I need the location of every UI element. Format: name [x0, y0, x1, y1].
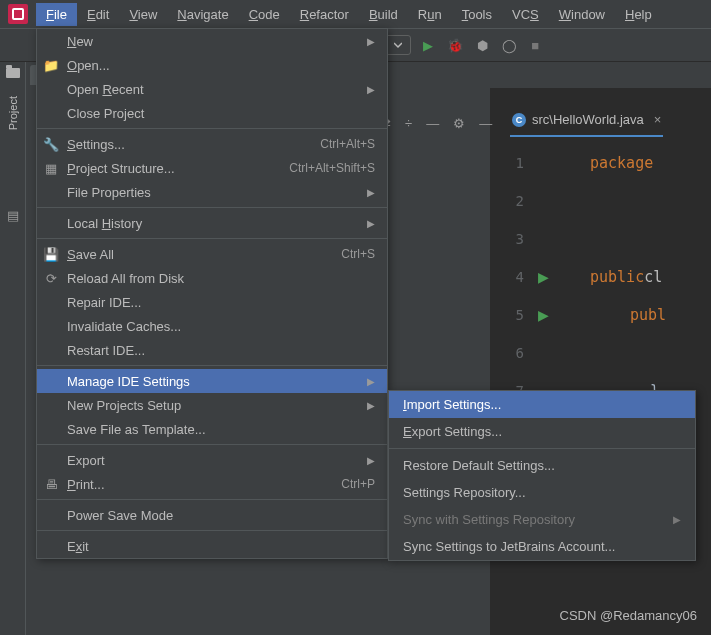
submenuitem-export-settings[interactable]: Export Settings... — [389, 418, 695, 445]
menu-edit[interactable]: Edit — [77, 3, 119, 26]
structure-icon: ▦ — [43, 161, 59, 176]
menuitem-open[interactable]: 📁Open... — [37, 53, 387, 77]
menuitem-exit[interactable]: Exit — [37, 534, 387, 558]
file-icon[interactable]: ▤ — [7, 208, 19, 223]
collapse-icon[interactable]: — — [479, 116, 492, 131]
menu-code[interactable]: Code — [239, 3, 290, 26]
editor-toolbar: ⇄ ÷ — ⚙ — — [380, 116, 492, 131]
menuitem-manage-ide-settings[interactable]: Manage IDE Settings▶ — [37, 369, 387, 393]
menuitem-restart-ide[interactable]: Restart IDE... — [37, 338, 387, 362]
separator — [37, 444, 387, 445]
menu-vcs[interactable]: VCS — [502, 3, 549, 26]
separator — [37, 365, 387, 366]
menuitem-settings[interactable]: 🔧Settings...Ctrl+Alt+S — [37, 132, 387, 156]
separator — [37, 128, 387, 129]
submenu-arrow-icon: ▶ — [367, 400, 375, 411]
line-gutter: 1 2 3 4 5 6 7 — [500, 144, 530, 410]
submenu-arrow-icon: ▶ — [367, 455, 375, 466]
menuitem-new-projects-setup[interactable]: New Projects Setup▶ — [37, 393, 387, 417]
separator — [37, 238, 387, 239]
chevron-down-icon — [394, 41, 402, 49]
menuitem-reload-all-from-disk[interactable]: ⟳Reload All from Disk — [37, 266, 387, 290]
separator — [37, 207, 387, 208]
menu-run[interactable]: Run — [408, 3, 452, 26]
line-num: 5 — [516, 296, 530, 334]
label: Power Save Mode — [67, 508, 173, 523]
label: New Projects Setup — [67, 398, 181, 413]
left-sidebar: Project ▤ — [0, 62, 26, 635]
menu-file[interactable]: File — [36, 3, 77, 26]
menuitem-repair-ide[interactable]: Repair IDE... — [37, 290, 387, 314]
run-line-icon[interactable]: ▶ — [538, 258, 558, 296]
label: Sync Settings to JetBrains Account... — [403, 539, 615, 554]
separator: ÷ — [405, 116, 412, 131]
label: New — [67, 34, 93, 49]
code-area[interactable]: package public cl publ } — [590, 144, 666, 410]
code-token: public — [590, 268, 644, 286]
menu-bar: FileEditViewNavigateCodeRefactorBuildRun… — [0, 0, 711, 28]
menuitem-print[interactable]: 🖶Print...Ctrl+P — [37, 472, 387, 496]
code-token: cl — [644, 268, 662, 286]
close-tab-icon[interactable]: × — [654, 112, 662, 127]
run-line-icon[interactable]: ▶ — [538, 296, 558, 334]
menuitem-save-file-as-template[interactable]: Save File as Template... — [37, 417, 387, 441]
menuitem-local-history[interactable]: Local History▶ — [37, 211, 387, 235]
menuitem-save-all[interactable]: 💾Save AllCtrl+S — [37, 242, 387, 266]
folder-icon: 📁 — [43, 58, 59, 73]
code-token: package — [590, 154, 653, 172]
submenuitem-sync-settings-to-jetbrains-account[interactable]: Sync Settings to JetBrains Account... — [389, 533, 695, 560]
submenuitem-restore-default-settings[interactable]: Restore Default Settings... — [389, 452, 695, 479]
menuitem-export[interactable]: Export▶ — [37, 448, 387, 472]
submenu-arrow-icon: ▶ — [367, 36, 375, 47]
wrench-icon: 🔧 — [43, 137, 59, 152]
label: Save File as Template... — [67, 422, 206, 437]
submenu-arrow-icon: ▶ — [367, 218, 375, 229]
menu-tools[interactable]: Tools — [452, 3, 502, 26]
minus-icon[interactable]: — — [426, 116, 439, 131]
folder-icon[interactable] — [6, 68, 20, 78]
menuitem-power-save-mode[interactable]: Power Save Mode — [37, 503, 387, 527]
separator — [37, 530, 387, 531]
label: Close Project — [67, 106, 144, 121]
menuitem-project-structure[interactable]: ▦Project Structure...Ctrl+Alt+Shift+S — [37, 156, 387, 180]
menu-help[interactable]: Help — [615, 3, 662, 26]
submenuitem-settings-repository[interactable]: Settings Repository... — [389, 479, 695, 506]
run-gutter: ▶ ▶ — [538, 144, 558, 334]
editor-tab[interactable]: C src\HelloWorld.java × — [510, 108, 663, 137]
debug-icon[interactable]: 🐞 — [447, 38, 463, 53]
java-class-icon: C — [512, 113, 526, 127]
shortcut: Ctrl+Alt+Shift+S — [289, 161, 375, 175]
stop-icon[interactable]: ■ — [531, 38, 539, 53]
watermark: CSDN @Redamancy06 — [560, 608, 697, 623]
run-icon[interactable]: ▶ — [423, 38, 433, 53]
menuitem-new[interactable]: New▶ — [37, 29, 387, 53]
menuitem-file-properties[interactable]: File Properties▶ — [37, 180, 387, 204]
line-num: 2 — [516, 182, 530, 220]
menuitem-close-project[interactable]: Close Project — [37, 101, 387, 125]
menu-view[interactable]: View — [119, 3, 167, 26]
label: File Properties — [67, 185, 151, 200]
menuitem-invalidate-caches[interactable]: Invalidate Caches... — [37, 314, 387, 338]
project-tool-label[interactable]: Project — [7, 92, 19, 134]
print-icon: 🖶 — [43, 477, 59, 492]
label: Repair IDE... — [67, 295, 141, 310]
profile-icon[interactable]: ◯ — [502, 38, 517, 53]
label: Settings Repository... — [403, 485, 526, 500]
label: Print... — [67, 477, 105, 492]
menu-navigate[interactable]: Navigate — [167, 3, 238, 26]
shortcut: Ctrl+S — [341, 247, 375, 261]
coverage-icon[interactable]: ⬢ — [477, 38, 488, 53]
code-token: publ — [630, 306, 666, 324]
separator — [389, 448, 695, 449]
menu-refactor[interactable]: Refactor — [290, 3, 359, 26]
submenuitem-import-settings[interactable]: Import Settings... — [389, 391, 695, 418]
menu-window[interactable]: Window — [549, 3, 615, 26]
gear-icon[interactable]: ⚙ — [453, 116, 465, 131]
shortcut: Ctrl+Alt+S — [320, 137, 375, 151]
line-num: 6 — [516, 334, 530, 372]
label: Manage IDE Settings — [67, 374, 190, 389]
menu-build[interactable]: Build — [359, 3, 408, 26]
intellij-logo-icon — [8, 4, 28, 24]
separator — [37, 499, 387, 500]
menuitem-open-recent[interactable]: Open Recent▶ — [37, 77, 387, 101]
